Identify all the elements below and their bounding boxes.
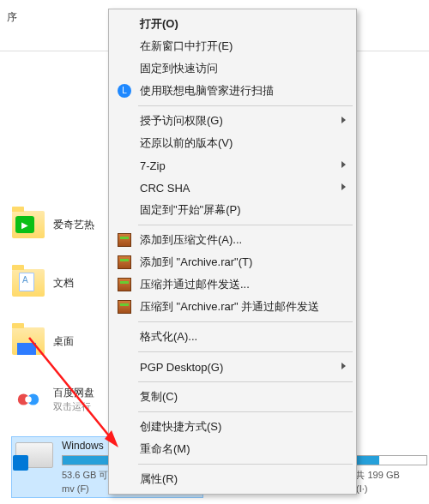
folder-label: 爱奇艺热 — [53, 218, 94, 232]
drive-icon — [15, 442, 53, 468]
menu-separator — [138, 411, 353, 412]
chevron-right-icon — [341, 161, 346, 168]
selection-icon — [17, 343, 36, 355]
menu-separator — [138, 225, 353, 225]
menu-create-shortcut[interactable]: 创建快捷方式(S) — [111, 416, 354, 438]
winrar-icon — [118, 278, 131, 291]
winrar-icon — [118, 233, 131, 247]
folder-icon — [12, 327, 45, 355]
menu-compress-email-rar[interactable]: 压缩到 "Archive.rar" 并通过邮件发送 — [111, 296, 354, 318]
folder-iqiyi[interactable]: ▶ 爱奇艺热 — [12, 206, 124, 243]
folder-label: 文档 — [53, 276, 74, 291]
menu-add-to-archive[interactable]: 添加到压缩文件(A)... — [111, 229, 354, 251]
svg-point-2 — [25, 396, 32, 403]
menu-copy[interactable]: 复制(C) — [111, 386, 354, 408]
menu-pin-start[interactable]: 固定到"开始"屏幕(P) — [111, 199, 354, 221]
toolbar-text: 序 — [7, 11, 17, 23]
menu-open-new-window[interactable]: 在新窗口中打开(E) — [111, 35, 354, 57]
menu-separator — [138, 351, 353, 352]
menu-format[interactable]: 格式化(A)... — [111, 326, 354, 348]
folder-desktop[interactable]: 桌面 — [12, 322, 124, 360]
folder-icon: ▶ — [12, 211, 45, 238]
menu-rename[interactable]: 重命名(M) — [111, 438, 354, 460]
lenovo-icon: L — [118, 84, 131, 98]
menu-restore-previous[interactable]: 还原以前的版本(V) — [111, 132, 354, 154]
context-menu: 打开(O) 在新窗口中打开(E) 固定到快速访问 L 使用联想电脑管家进行扫描 … — [108, 9, 357, 495]
menu-lenovo-scan[interactable]: L 使用联想电脑管家进行扫描 — [111, 80, 354, 102]
baidu-icon — [12, 383, 45, 416]
folder-label: 桌面 — [53, 334, 74, 349]
menu-separator — [138, 381, 353, 382]
menu-grant-access[interactable]: 授予访问权限(G) — [111, 110, 354, 132]
menu-properties[interactable]: 属性(R) — [111, 468, 354, 490]
menu-pgp-desktop[interactable]: PGP Desktop(G) — [111, 356, 354, 378]
folder-area: ▶ 爱奇艺热 文档 桌面 百度网盘 双击运行 — [12, 206, 124, 439]
item-sublabel: 双击运行 — [53, 400, 94, 413]
menu-crc-sha[interactable]: CRC SHA — [111, 177, 354, 199]
menu-7zip[interactable]: 7-Zip — [111, 154, 354, 177]
menu-pin-quick-access[interactable]: 固定到快速访问 — [111, 57, 354, 80]
app-baidu-netdisk[interactable]: 百度网盘 双击运行 — [12, 381, 124, 418]
chevron-right-icon — [341, 363, 346, 369]
chevron-right-icon — [341, 183, 346, 190]
winrar-icon — [118, 255, 131, 269]
menu-separator — [138, 321, 353, 322]
menu-separator — [138, 105, 353, 106]
menu-compress-email[interactable]: 压缩并通过邮件发送... — [111, 273, 354, 296]
menu-separator — [138, 464, 353, 465]
winrar-icon — [118, 300, 131, 314]
iqiyi-icon: ▶ — [15, 216, 34, 233]
menu-open[interactable]: 打开(O) — [111, 13, 354, 35]
folder-icon — [12, 269, 45, 297]
menu-add-to-archive-rar[interactable]: 添加到 "Archive.rar"(T) — [111, 251, 354, 273]
item-label: 百度网盘 — [53, 386, 94, 400]
document-icon — [19, 273, 34, 291]
chevron-right-icon — [341, 117, 346, 123]
folder-documents[interactable]: 文档 — [12, 264, 124, 302]
